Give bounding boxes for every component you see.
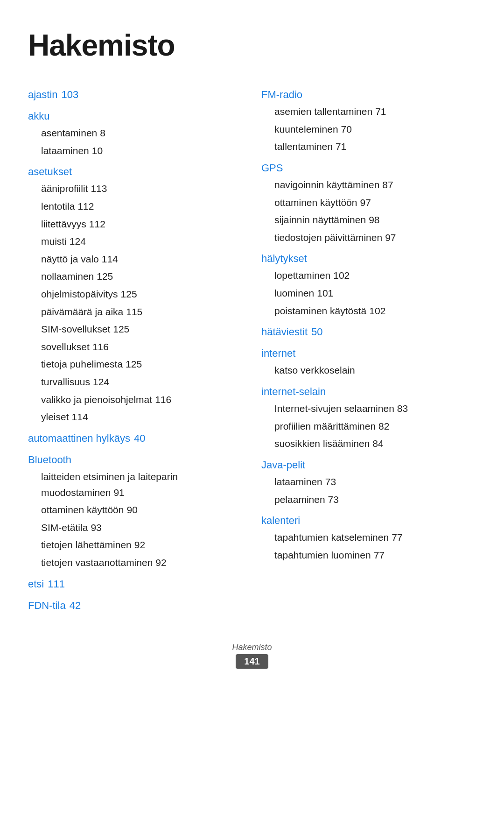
index-heading: etsi111: [28, 576, 243, 592]
page-number: 113: [91, 183, 107, 194]
page-number: 116: [155, 394, 171, 405]
page-number: 71: [375, 106, 386, 117]
index-sub-entry: asentaminen8: [28, 125, 243, 141]
index-sub-entry: tapahtumien katseleminen77: [261, 530, 476, 545]
page-number: 40: [134, 432, 145, 444]
index-heading: asetukset: [28, 164, 243, 180]
index-heading: internet-selain: [261, 384, 476, 400]
index-sub-entry: tallentaminen71: [261, 139, 476, 155]
page-number: 102: [333, 270, 350, 281]
page-number: 112: [77, 201, 94, 212]
page-number: 77: [374, 550, 385, 560]
index-heading: internet: [261, 346, 476, 361]
index-sub-entry: päivämäärä ja aika115: [28, 304, 243, 320]
index-sub-entry: laitteiden etsiminen ja laiteparin muodo…: [28, 469, 243, 500]
page-title: Hakemisto: [28, 28, 476, 63]
index-heading: hälytykset: [261, 251, 476, 267]
page-number: 91: [113, 487, 124, 498]
index-sub-entry: luominen101: [261, 285, 476, 301]
footer: Hakemisto 141: [28, 643, 476, 669]
page-number: 73: [325, 476, 336, 487]
page-number: 124: [70, 236, 86, 247]
index-sub-entry: navigoinnin käyttäminen87: [261, 177, 476, 193]
page-number: 82: [378, 421, 389, 431]
index-heading: FDN-tila42: [28, 598, 243, 614]
page-number: 102: [369, 305, 385, 316]
index-sub-entry: tietojen lähettäminen92: [28, 537, 243, 553]
page-number: 125: [121, 289, 137, 299]
page-number: 125: [126, 359, 142, 369]
page-number: 71: [336, 141, 346, 152]
left-column: ajastin103akkuasentaminen8lataaminen10as…: [28, 81, 243, 615]
index-sub-entry: liitettävyys112: [28, 216, 243, 232]
page-number: 90: [126, 504, 137, 515]
index-heading: automaattinen hylkäys40: [28, 431, 243, 446]
index-sub-entry: valikko ja pienoisohjelmat116: [28, 392, 243, 408]
right-column: FM-radioasemien tallentaminen71kuuntelem…: [261, 81, 476, 565]
page-number: 115: [126, 306, 142, 317]
index-sub-entry: asemien tallentaminen71: [261, 104, 476, 120]
index-sub-entry: lataaminen73: [261, 474, 476, 490]
index-sub-entry: Internet-sivujen selaaminen83: [261, 401, 476, 417]
page-number: 101: [317, 288, 333, 298]
page-number: 114: [72, 411, 88, 422]
index-sub-entry: turvallisuus124: [28, 374, 243, 390]
index-sub-entry: suosikkien lisääminen84: [261, 436, 476, 452]
page-number: 97: [360, 197, 371, 208]
footer-label: Hakemisto: [28, 643, 476, 652]
index-heading: GPS: [261, 160, 476, 176]
index-sub-entry: katso verkkoselain: [261, 362, 476, 378]
index-sub-entry: ottaminen käyttöön90: [28, 502, 243, 518]
index-heading: FM-radio: [261, 87, 476, 103]
page-number: 42: [70, 600, 81, 611]
page-number: 125: [113, 324, 129, 334]
index-sub-entry: kuunteleminen70: [261, 121, 476, 137]
index-heading: hätäviestit50: [261, 324, 476, 340]
index-sub-entry: näyttö ja valo114: [28, 251, 243, 267]
page-number: 73: [328, 494, 339, 505]
page-number: 92: [155, 557, 166, 568]
index-sub-entry: sijainnin näyttäminen98: [261, 212, 476, 228]
page-number: 124: [93, 376, 109, 387]
page-number: 87: [382, 179, 393, 190]
page-number: 125: [97, 271, 113, 282]
index-sub-entry: poistaminen käytöstä102: [261, 303, 476, 319]
index-heading: kalenteri: [261, 513, 476, 529]
index-sub-entry: tiedostojen päivittäminen97: [261, 230, 476, 246]
index-sub-entry: tietoja puhelimesta125: [28, 356, 243, 372]
footer-page: 141: [236, 654, 268, 669]
index-sub-entry: muisti124: [28, 233, 243, 249]
page-number: 114: [102, 254, 118, 264]
index-sub-entry: nollaaminen125: [28, 269, 243, 284]
index-heading: akku: [28, 108, 243, 124]
page-number: 112: [89, 219, 105, 229]
index-sub-entry: profiilien määrittäminen82: [261, 418, 476, 434]
index-sub-entry: ohjelmistopäivitys125: [28, 286, 243, 302]
index-sub-entry: yleiset114: [28, 409, 243, 425]
page-number: 111: [48, 578, 65, 590]
index-sub-entry: pelaaminen73: [261, 492, 476, 508]
page-number: 116: [92, 341, 109, 352]
index-sub-entry: lopettaminen102: [261, 268, 476, 283]
index-sub-entry: SIM-sovellukset125: [28, 321, 243, 337]
page-number: 8: [100, 127, 105, 138]
index-sub-entry: lataaminen10: [28, 143, 243, 159]
index-sub-entry: tapahtumien luominen77: [261, 547, 476, 563]
index-sub-entry: tietojen vastaanottaminen92: [28, 555, 243, 571]
page-number: 10: [92, 145, 103, 156]
page-number: 97: [385, 232, 396, 243]
index-sub-entry: SIM-etätila93: [28, 520, 243, 536]
page-number: 77: [392, 532, 402, 543]
index-heading: Java-pelit: [261, 457, 476, 473]
index-heading: Bluetooth: [28, 452, 243, 468]
index-sub-entry: ääniprofiilit113: [28, 181, 243, 197]
page-number: 83: [397, 403, 408, 414]
page-number: 93: [91, 522, 101, 533]
index-sub-entry: sovellukset116: [28, 339, 243, 355]
page-number: 50: [311, 326, 322, 338]
index-sub-entry: ottaminen käyttöön97: [261, 195, 476, 211]
page-number: 92: [134, 539, 145, 550]
page-number: 103: [62, 89, 79, 100]
page-number: 98: [369, 214, 379, 225]
page-number: 70: [341, 124, 352, 134]
